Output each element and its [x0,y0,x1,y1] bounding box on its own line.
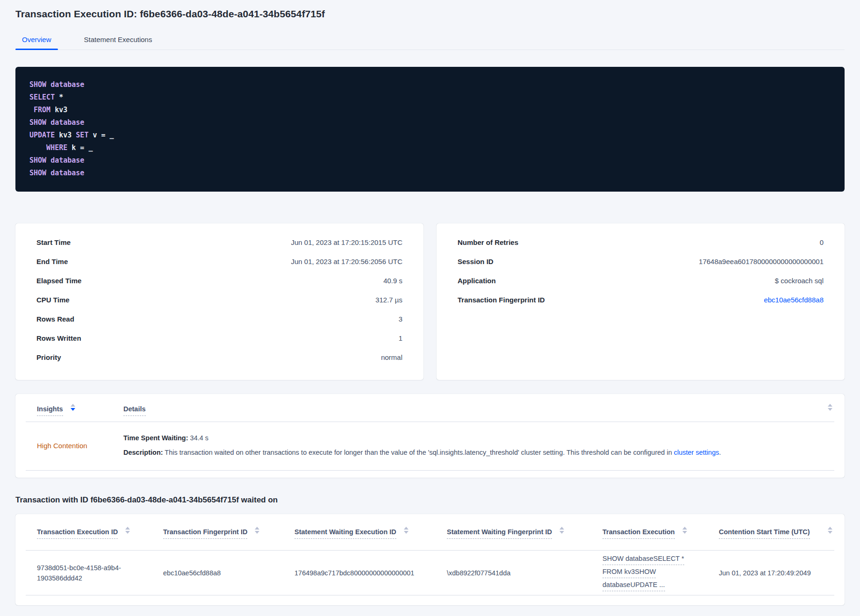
sql-line: FROM kv3 [29,104,831,116]
time-spent-waiting-value: 34.4 s [188,434,209,442]
stat-label: Priority [36,353,61,361]
time-spent-waiting-label: Time Spent Waiting: [123,434,188,442]
sql-line: SHOW database [29,79,831,91]
cell-contention-start-time: Jun 01, 2023 at 17:20:49:2049 [708,568,834,578]
stat-label: Rows Written [36,334,81,342]
time-spent-waiting: Time Spent Waiting: 34.4 s [123,433,834,443]
stat-label: CPU Time [36,296,70,304]
cell-statement-waiting-execution-id: 176498a9c717bdc80000000000000001 [283,568,436,578]
sort-icon[interactable] [828,527,832,534]
stat-label: Session ID [458,258,494,265]
transaction-execution-statement-line[interactable]: SHOW databaseSELECT * [602,553,684,565]
stat-row: Rows Read3 [36,309,402,329]
stat-value: 312.7 µs [375,296,402,304]
cell-transaction-fingerprint-id: ebc10ae56cfd88a8 [152,568,283,578]
cluster-settings-link[interactable]: cluster settings [674,449,719,456]
details-column-header[interactable]: Details [123,405,146,416]
sort-icon[interactable] [255,527,259,534]
sort-icon[interactable] [71,404,75,411]
sort-icon[interactable] [559,527,564,534]
stat-row: Start TimeJun 01, 2023 at 17:20:15:2015 … [36,233,402,252]
column-header[interactable]: Statement Waiting Fingerprint ID [447,528,552,539]
stats-cards-row: Start TimeJun 01, 2023 at 17:20:15:2015 … [15,223,845,380]
column-header[interactable]: Contention Start Time (UTC) [719,528,810,539]
sql-line: UPDATE kv3 SET v = _ [29,129,831,142]
tab-overview[interactable]: Overview [15,31,58,50]
waited-on-table-header: Transaction Execution IDTransaction Fing… [26,514,834,551]
sql-line: SHOW database [29,116,831,129]
stat-row: Application$ cockroach sql [458,271,824,290]
transaction-execution-statement-line[interactable]: databaseUPDATE ... [602,580,665,591]
tab-statement-executions[interactable]: Statement Executions [78,31,159,50]
stat-value: Jun 01, 2023 at 17:20:56:2056 UTC [291,258,402,265]
stat-value: 0 [820,238,824,246]
sort-icon[interactable] [828,404,832,411]
stat-row: Elapsed Time40.9 s [36,271,402,290]
transaction-details-page: Transaction Execution ID: f6be6366-da03-… [0,0,860,605]
stat-label: Number of Retries [458,238,518,246]
cell-transaction-execution[interactable]: SHOW databaseSELECT *FROM kv3SHOWdatabas… [591,553,708,593]
column-header[interactable]: Statement Waiting Execution ID [294,528,396,539]
column-header[interactable]: Transaction Execution [602,528,675,539]
stat-value: 17648a9eea6017800000000000000001 [699,258,824,265]
stat-row: Number of Retries0 [458,233,824,252]
transaction-execution-statement-line[interactable]: FROM kv3SHOW [602,566,656,578]
insights-table-header: Insights Details [26,394,834,422]
stat-row: End TimeJun 01, 2023 at 17:20:56:2056 UT… [36,252,402,271]
stat-label: Elapsed Time [36,277,81,285]
stat-row: Session ID17648a9eea60178000000000000000… [458,252,824,271]
stat-row: Transaction Fingerprint IDebc10ae56cfd88… [458,290,824,309]
sort-icon[interactable] [404,527,408,534]
stat-value: $ cockroach sql [775,277,824,285]
sql-line: SHOW database [29,154,831,167]
stat-value: Jun 01, 2023 at 17:20:15:2015 UTC [291,238,402,246]
waited-on-table: Transaction Execution IDTransaction Fing… [15,514,845,605]
stat-label: End Time [36,258,68,265]
waited-on-heading: Transaction with ID f6be6366-da03-48de-a… [15,495,845,505]
stat-label: Transaction Fingerprint ID [458,296,545,304]
waited-on-table-row: 9738d051-bc0e-4158-a9b4-1903586ddd42 ebc… [26,551,834,595]
stat-row: Rows Written1 [36,329,402,348]
stat-label: Start Time [36,238,71,246]
stat-label: Application [458,277,496,285]
sort-icon[interactable] [682,527,687,534]
sql-line: WHERE k = _ [29,142,831,154]
column-header[interactable]: Transaction Execution ID [37,528,118,539]
insight-description: Description: This transaction waited on … [123,448,834,458]
page-title: Transaction Execution ID: f6be6366-da03-… [15,0,845,20]
cell-statement-waiting-fingerprint-id: \xdb8922f077541dda [436,568,591,578]
stat-label: Rows Read [36,315,74,323]
transaction-summary-card: Start TimeJun 01, 2023 at 17:20:15:2015 … [15,223,423,380]
transaction-meta-card: Number of Retries0Session ID17648a9eea60… [437,223,845,380]
sort-icon[interactable] [125,527,130,534]
insights-table: Insights Details High Contention Time Sp… [15,394,845,478]
transaction-fingerprint-id-link[interactable]: ebc10ae56cfd88a8 [764,296,824,304]
column-header[interactable]: Transaction Fingerprint ID [163,528,247,539]
sql-line: SHOW database [29,167,831,179]
insights-column-header[interactable]: Insights [37,405,63,416]
description-label: Description: [123,449,163,456]
sql-statements-box: SHOW databaseSELECT * FROM kv3SHOW datab… [15,67,845,192]
stat-row: CPU Time312.7 µs [36,290,402,309]
insight-row: High Contention Time Spent Waiting: 34.4… [26,422,834,471]
description-text: This transaction waited on other transac… [163,449,674,456]
description-suffix: . [719,449,721,456]
stat-value: 1 [399,334,402,342]
stat-value: 40.9 s [383,277,402,285]
stat-value: 3 [399,315,402,323]
stat-row: Prioritynormal [36,348,402,367]
insight-badge-high-contention: High Contention [26,442,112,450]
stat-value: normal [381,353,402,361]
tab-bar: Overview Statement Executions [15,31,845,50]
cell-transaction-execution-id: 9738d051-bc0e-4158-a9b4-1903586ddd42 [26,563,152,583]
sql-line: SELECT * [29,91,831,104]
